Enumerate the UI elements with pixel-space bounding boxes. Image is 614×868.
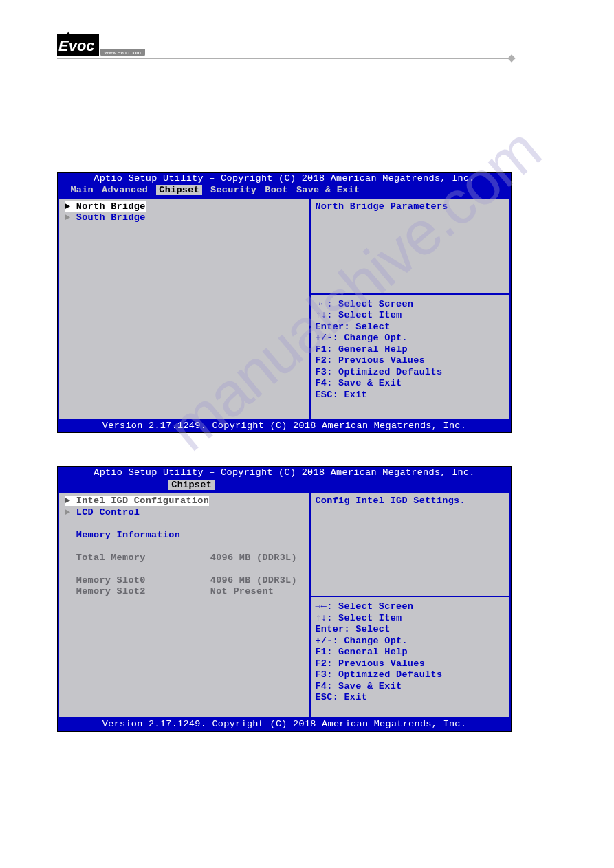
help-keys: →←: Select Screen ↑↓: Select Item Enter:… [315, 601, 505, 703]
tab-advanced[interactable]: Advanced [102, 185, 148, 195]
memory-info-heading: Memory Information [65, 530, 304, 541]
help-enter: Enter: Select [315, 322, 505, 333]
menu-item-north-bridge[interactable]: ► North Bridge [65, 201, 146, 212]
row-memory-slot2: Memory Slot2Not Present [65, 586, 304, 597]
bios-footer: Version 2.17.1249. Copyright (C) 2018 Am… [58, 718, 511, 731]
help-description: North Bridge Parameters [315, 201, 505, 291]
help-enter: Enter: Select [315, 624, 505, 635]
logo-text: Evoc [57, 34, 99, 56]
bios-menu-bar: Chipset [58, 480, 511, 491]
bios-title: Aptio Setup Utility – Copyright (C) 2018… [58, 173, 511, 185]
help-esc: ESC: Exit [315, 692, 505, 703]
help-select-item: ↑↓: Select Item [315, 613, 505, 624]
help-divider [311, 293, 509, 295]
help-f3: F3: Optimized Defaults [315, 367, 505, 378]
menu-item-lcd-control[interactable]: ► LCD Control [65, 507, 304, 518]
bios-title: Aptio Setup Utility – Copyright (C) 2018… [58, 467, 511, 479]
help-description: Config Intel IGD Settings. [315, 496, 505, 593]
menu-item-intel-igd[interactable]: ► Intel IGD Configuration [65, 496, 209, 506]
tab-chipset[interactable]: Chipset [168, 480, 215, 490]
bios-right-pane: North Bridge Parameters →←: Select Scree… [309, 197, 511, 420]
help-select-item: ↑↓: Select Item [315, 310, 505, 321]
tab-chipset[interactable]: Chipset [156, 185, 202, 195]
help-select-screen: →←: Select Screen [315, 299, 505, 310]
tab-security[interactable]: Security [210, 185, 256, 195]
help-f4: F4: Save & Exit [315, 378, 505, 389]
tab-main[interactable]: Main [70, 185, 94, 195]
header-logo: ✦ Evoc www.evoc.com [57, 34, 512, 56]
help-f3: F3: Optimized Defaults [315, 669, 505, 680]
tab-boot[interactable]: Boot [265, 185, 288, 195]
bios-screenshot-1: Aptio Setup Utility – Copyright (C) 2018… [57, 172, 512, 433]
help-keys: →←: Select Screen ↑↓: Select Item Enter:… [315, 299, 505, 401]
logo-url: www.evoc.com [100, 49, 145, 56]
header-divider [57, 58, 512, 59]
bios-footer: Version 2.17.1249. Copyright (C) 2018 Am… [58, 420, 511, 432]
menu-item-south-bridge[interactable]: ► South Bridge [65, 212, 304, 223]
bios-left-pane: ► North Bridge ► South Bridge [58, 197, 309, 420]
row-total-memory: Total Memory4096 MB (DDR3L) [65, 553, 304, 564]
help-f2: F2: Previous Values [315, 355, 505, 366]
bios-right-pane: Config Intel IGD Settings. →←: Select Sc… [309, 491, 511, 718]
help-change-opt: +/-: Change Opt. [315, 333, 505, 344]
help-f2: F2: Previous Values [315, 658, 505, 669]
tab-save-exit[interactable]: Save & Exit [296, 185, 360, 195]
help-esc: ESC: Exit [315, 390, 505, 401]
bios-menu-bar: MainAdvancedChipsetSecurityBootSave & Ex… [58, 185, 511, 197]
bios-screenshot-2: Aptio Setup Utility – Copyright (C) 2018… [57, 466, 512, 731]
help-divider [311, 596, 509, 597]
help-change-opt: +/-: Change Opt. [315, 636, 505, 647]
help-f4: F4: Save & Exit [315, 681, 505, 692]
help-f1: F1: General Help [315, 647, 505, 658]
row-memory-slot0: Memory Slot04096 MB (DDR3L) [65, 575, 304, 586]
help-f1: F1: General Help [315, 344, 505, 355]
page-container: ✦ Evoc www.evoc.com Aptio Setup Utility … [57, 34, 512, 732]
bios-left-pane: ► Intel IGD Configuration ► LCD Control … [58, 491, 309, 718]
help-select-screen: →←: Select Screen [315, 601, 505, 612]
